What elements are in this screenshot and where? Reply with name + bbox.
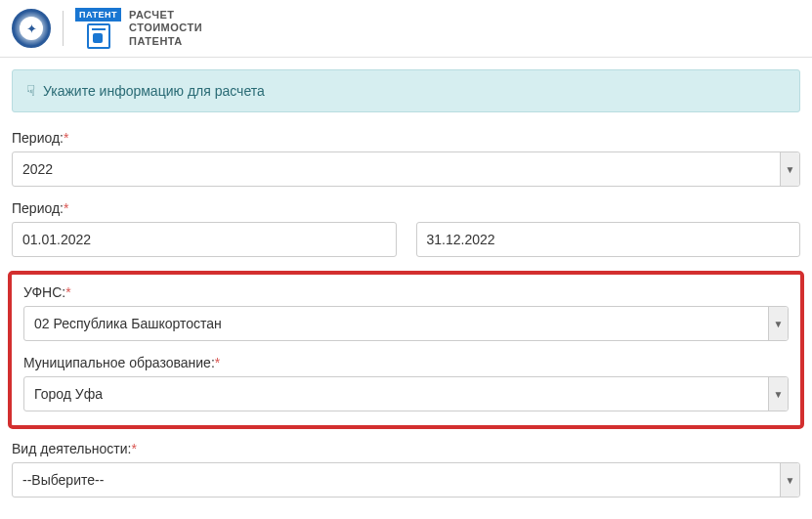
- municipality-select[interactable]: Город Уфа ▼: [23, 376, 789, 411]
- info-banner: ☟ Укажите информацию для расчета: [12, 69, 800, 112]
- date-from-input[interactable]: 01.01.2022: [12, 222, 397, 257]
- period-year-value: 2022: [22, 161, 53, 177]
- field-activity: Вид деятельности:* --Выберите-- ▼: [12, 441, 800, 497]
- field-period-dates: Период:* 01.01.2022 31.12.2022: [12, 200, 800, 257]
- calculator-icon: [87, 23, 110, 49]
- hand-pointer-icon: ☟: [26, 82, 35, 100]
- period-dates-label: Период:*: [12, 200, 800, 216]
- chevron-down-icon: ▼: [768, 377, 788, 411]
- form-content: ☟ Укажите информацию для расчета Период:…: [0, 58, 812, 519]
- patent-logo: ПАТЕНТ: [75, 8, 121, 49]
- chevron-down-icon: ▼: [780, 463, 799, 497]
- municipality-label: Муниципальное образование:*: [23, 355, 789, 370]
- period-year-select[interactable]: 2022 ▼: [12, 151, 800, 187]
- chevron-down-icon: ▼: [768, 307, 788, 340]
- municipality-value: Город Уфа: [34, 386, 103, 402]
- activity-value: --Выберите--: [22, 472, 104, 488]
- emblem-logo: ✦: [12, 9, 51, 48]
- title-line-2: СТОИМОСТИ: [129, 22, 202, 34]
- title-line-3: ПАТЕНТА: [129, 35, 202, 48]
- highlighted-section: УФНС:* 02 Республика Башкортостан ▼ Муни…: [8, 271, 804, 429]
- date-row: 01.01.2022 31.12.2022: [12, 222, 800, 257]
- period-year-label: Период:*: [12, 130, 800, 146]
- field-ufns: УФНС:* 02 Республика Башкортостан ▼: [23, 284, 789, 341]
- field-municipality: Муниципальное образование:* Город Уфа ▼: [23, 355, 789, 411]
- patent-badge: ПАТЕНТ: [75, 8, 121, 22]
- field-period-year: Период:* 2022 ▼: [12, 130, 800, 187]
- chevron-down-icon: ▼: [780, 152, 799, 186]
- ufns-select[interactable]: 02 Республика Башкортостан ▼: [23, 306, 789, 341]
- ufns-label: УФНС:*: [23, 284, 789, 300]
- date-to-value: 31.12.2022: [427, 232, 495, 247]
- title-line-1: РАСЧЕТ: [129, 9, 202, 22]
- page-header: ✦ ПАТЕНТ РАСЧЕТ СТОИМОСТИ ПАТЕНТА: [0, 0, 812, 58]
- banner-text: Укажите информацию для расчета: [43, 83, 265, 99]
- header-divider: [63, 11, 64, 46]
- activity-select[interactable]: --Выберите-- ▼: [12, 462, 800, 497]
- app-title: РАСЧЕТ СТОИМОСТИ ПАТЕНТА: [129, 9, 202, 48]
- date-from-value: 01.01.2022: [22, 232, 91, 247]
- activity-label: Вид деятельности:*: [12, 441, 800, 456]
- ufns-value: 02 Республика Башкортостан: [34, 316, 222, 331]
- date-to-input[interactable]: 31.12.2022: [416, 222, 801, 257]
